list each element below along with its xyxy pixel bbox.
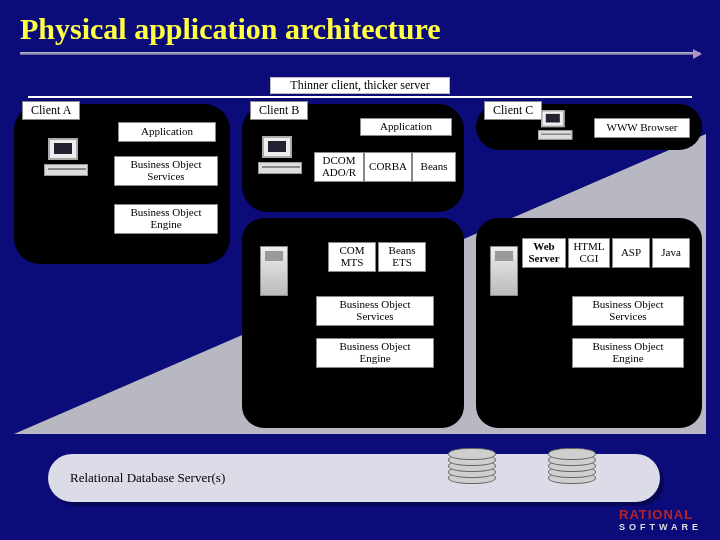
server-b-services: Business Object Services [316, 296, 434, 326]
db-footer-bar: Relational Database Server(s) [48, 454, 660, 502]
db-stack-icon-1 [448, 448, 496, 494]
client-a-tag: Client A [22, 101, 80, 120]
client-b-tech-beans: Beans [412, 152, 456, 182]
client-c-computer-icon [538, 110, 572, 141]
client-b-computer-icon [258, 136, 302, 176]
server-c-tower-icon [490, 246, 518, 296]
rational-logo: RATIONAL SOFTWARE [619, 507, 702, 532]
logo-sub: SOFTWARE [619, 522, 702, 532]
server-c-panel: Web Server HTML CGI ASP Java Business Ob… [476, 218, 702, 428]
db-footer-label: Relational Database Server(s) [70, 470, 225, 486]
client-b-tech-dcom: DCOM ADO/R [314, 152, 364, 182]
server-c-html-cgi: HTML CGI [568, 238, 610, 268]
client-a-application: Application [118, 122, 216, 142]
server-c-services: Business Object Services [572, 296, 684, 326]
client-a-services: Business Object Services [114, 156, 218, 186]
axis-line [28, 96, 692, 98]
server-b-com-mts: COM MTS [328, 242, 376, 272]
server-b-tower-icon [260, 246, 288, 296]
title-rule [20, 52, 700, 55]
diagram-stage: Client A Application Business Object Ser… [14, 104, 706, 434]
client-c-panel: Client C WWW Browser [476, 104, 702, 150]
server-c-engine: Business Object Engine [572, 338, 684, 368]
server-b-panel: COM MTS Beans ETS Business Object Servic… [242, 218, 464, 428]
logo-brand: RATIONAL [619, 507, 693, 522]
server-b-engine: Business Object Engine [316, 338, 434, 368]
client-b-tech-corba: CORBA [364, 152, 412, 182]
client-a-panel: Client A Application Business Object Ser… [14, 104, 230, 264]
server-c-webserver: Web Server [522, 238, 566, 268]
client-b-application: Application [360, 118, 452, 136]
axis-caption: Thinner client, thicker server [270, 77, 450, 94]
server-b-beans-ets: Beans ETS [378, 242, 426, 272]
client-a-engine: Business Object Engine [114, 204, 218, 234]
client-a-computer-icon [44, 138, 88, 178]
slide-title: Physical application architecture [0, 0, 720, 50]
server-c-java: Java [652, 238, 690, 268]
client-b-panel: Client B Application DCOM ADO/R CORBA Be… [242, 104, 464, 212]
server-c-asp: ASP [612, 238, 650, 268]
client-c-browser: WWW Browser [594, 118, 690, 138]
db-stack-icon-2 [548, 448, 596, 494]
client-c-tag: Client C [484, 101, 542, 120]
client-b-tag: Client B [250, 101, 308, 120]
